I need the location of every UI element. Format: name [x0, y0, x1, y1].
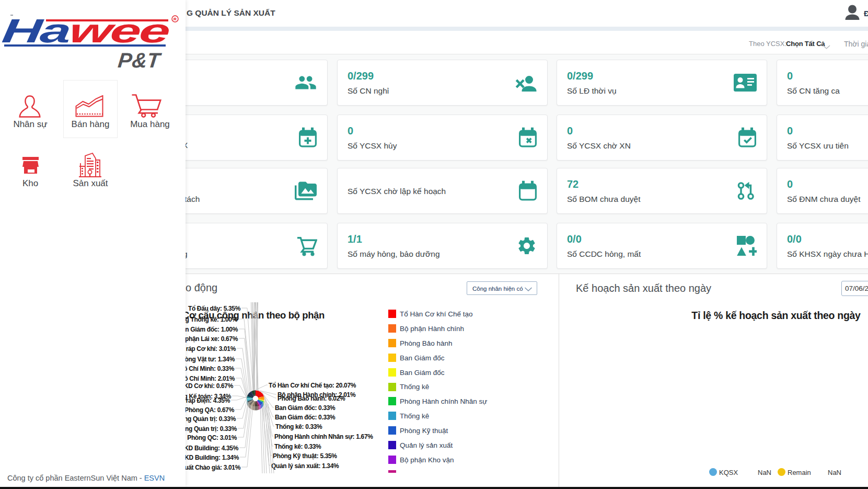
svg-text:Tổ Lắp ráp Điện: 4.35%: Tổ Lắp ráp Điện: 4.35% — [178, 396, 230, 404]
svg-text:Phòng Bảo hành: 6.02%: Phòng Bảo hành: 6.02% — [277, 395, 345, 402]
svg-text:Ban Giám đốc: 1.00%: Ban Giám đốc: 1.00% — [178, 326, 238, 333]
svg-text:CN Hồ Chí Minh: 2.01%: CN Hồ Chí Minh: 2.01% — [178, 375, 235, 382]
svg-text:Phòng KD Building: 1.34%: Phòng KD Building: 1.34% — [178, 454, 239, 461]
svg-text:Phòng Kỹ thuật: 5.35%: Phòng Kỹ thuật: 5.35% — [273, 452, 337, 460]
svg-text:Phòng QA: 0.67%: Phòng QA: 0.67% — [184, 406, 234, 414]
svg-text:Quản lý sản xuất: 1.34%: Quản lý sản xuất: 1.34% — [271, 462, 339, 470]
svg-text:Tổ Lắp ráp Cơ khí: 3.01%: Tổ Lắp ráp Cơ khí: 3.01% — [178, 345, 236, 352]
svg-text:Tổ Đấu dây: 5.35%: Tổ Đấu dây: 5.35% — [188, 305, 241, 312]
svg-text:Phòng KD Building: 4.35%: Phòng KD Building: 4.35% — [178, 445, 239, 452]
svg-text:Phòng Quản trị: 0.33%: Phòng Quản trị: 0.33% — [178, 425, 237, 433]
svg-text:Ban Giám đốc: 0.33%: Ban Giám đốc: 0.33% — [275, 404, 335, 412]
svg-text:CN Hồ Chí Minh: 0.33%: CN Hồ Chí Minh: 0.33% — [178, 365, 235, 372]
svg-text:Thống kê: 0.33%: Thống kê: 0.33% — [274, 443, 321, 450]
svg-text:Phòng Quản trị: 0.33%: Phòng Quản trị: 0.33% — [178, 415, 236, 423]
svg-text:Phòng QC: 3.01%: Phòng QC: 3.01% — [187, 434, 237, 441]
svg-text:Bộ phận Lái xe: 0.67%: Bộ phận Lái xe: 0.67% — [178, 335, 238, 343]
svg-text:Phòng Vật tư: 1.34%: Phòng Vật tư: 1.34% — [178, 356, 235, 363]
svg-text:Phòng Xuất Chào giá: 3.01%: Phòng Xuất Chào giá: 3.01% — [178, 464, 241, 471]
svg-text:Phòng Hành chính Nhân sự: 1.67: Phòng Hành chính Nhân sự: 1.67% — [274, 433, 373, 440]
svg-text:Tổ Hàn Cơ khí Chế tạo: 20.07%: Tổ Hàn Cơ khí Chế tạo: 20.07% — [269, 382, 356, 389]
svg-text:Thống kê: 0.33%: Thống kê: 0.33% — [275, 423, 322, 430]
svg-text:Phòng KD Cơ khí: 0.67%: Phòng KD Cơ khí: 0.67% — [178, 382, 234, 390]
svg-text:R: R — [173, 17, 177, 21]
svg-text:Ban Giám đốc: 0.33%: Ban Giám đốc: 0.33% — [275, 414, 335, 421]
svg-text:Phòng Thống kê: 1.00%: Phòng Thống kê: 1.00% — [178, 316, 238, 323]
